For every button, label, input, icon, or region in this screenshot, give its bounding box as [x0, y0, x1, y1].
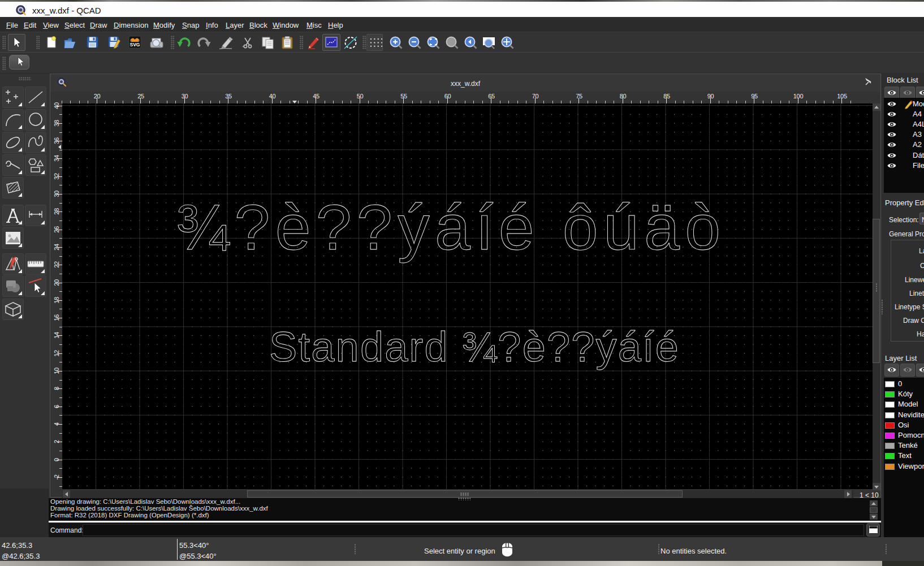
- svg-text:Standard ¾?è??ýáíé: Standard ¾?è??ýáíé: [269, 323, 679, 370]
- svg-text:¾?è??ýáíé ôúäò: ¾?è??ýáíé ôúäò: [176, 192, 720, 263]
- svg-text:+: +: [242, 45, 244, 49]
- svg-text:SVG: SVG: [130, 42, 140, 47]
